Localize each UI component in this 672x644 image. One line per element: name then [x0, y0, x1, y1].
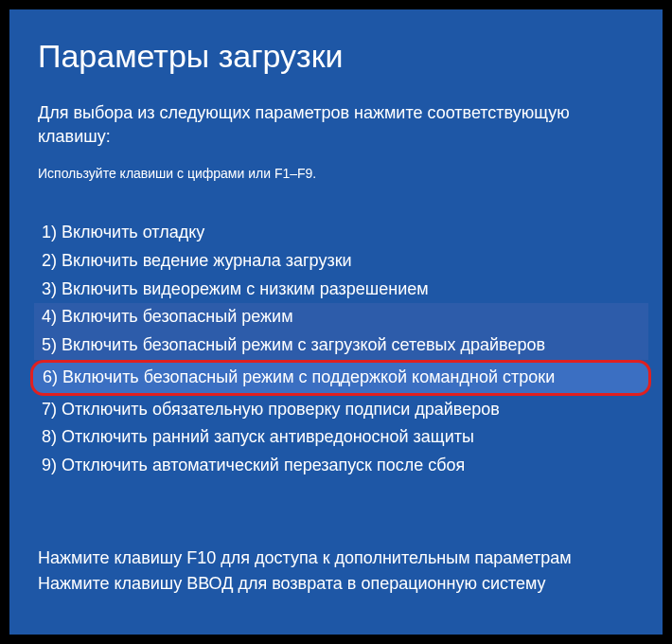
startup-settings-screen: Параметры загрузки Для выбора из следующ…	[9, 9, 663, 635]
option-label: 3) Включить видеорежим с низким разрешен…	[42, 279, 429, 298]
boot-options-list: 1) Включить отладку 2) Включить ведение …	[38, 219, 634, 479]
option-label: 2) Включить ведение журнала загрузки	[42, 251, 352, 270]
footer-line-1: Нажмите клавишу F10 для доступа к дополн…	[38, 546, 634, 571]
footer-line-2: Нажмите клавишу ВВОД для возврата в опер…	[38, 571, 634, 597]
boot-option-9[interactable]: 9) Отключить автоматический перезапуск п…	[38, 452, 634, 480]
option-label: 7) Отключить обязательную проверку подпи…	[42, 400, 500, 419]
option-label: 5) Включить безопасный режим с загрузкой…	[42, 335, 545, 354]
subtitle-text: Для выбора из следующих параметров нажми…	[38, 101, 634, 149]
boot-option-8[interactable]: 8) Отключить ранний запуск антивредоносн…	[38, 423, 634, 452]
option-label: 8) Отключить ранний запуск антивредоносн…	[42, 427, 474, 446]
boot-option-7[interactable]: 7) Отключить обязательную проверку подпи…	[38, 396, 634, 424]
boot-option-3[interactable]: 3) Включить видеорежим с низким разрешен…	[38, 276, 634, 304]
boot-option-6[interactable]: 6) Включить безопасный режим с поддержко…	[30, 360, 651, 396]
boot-option-1[interactable]: 1) Включить отладку	[38, 219, 634, 247]
option-label: 6) Включить безопасный режим с поддержко…	[43, 367, 555, 386]
option-label: 9) Отключить автоматический перезапуск п…	[42, 456, 465, 474]
hint-text: Используйте клавиши с цифрами или F1–F9.	[38, 166, 634, 181]
page-title: Параметры загрузки	[38, 38, 634, 75]
boot-option-5[interactable]: 5) Включить безопасный режим с загрузкой…	[34, 331, 648, 360]
boot-option-2[interactable]: 2) Включить ведение журнала загрузки	[38, 247, 634, 276]
footer-instructions: Нажмите клавишу F10 для доступа к дополн…	[38, 546, 634, 597]
option-label: 1) Включить отладку	[42, 223, 204, 242]
boot-option-4[interactable]: 4) Включить безопасный режим	[34, 303, 648, 331]
option-label: 4) Включить безопасный режим	[42, 307, 293, 326]
